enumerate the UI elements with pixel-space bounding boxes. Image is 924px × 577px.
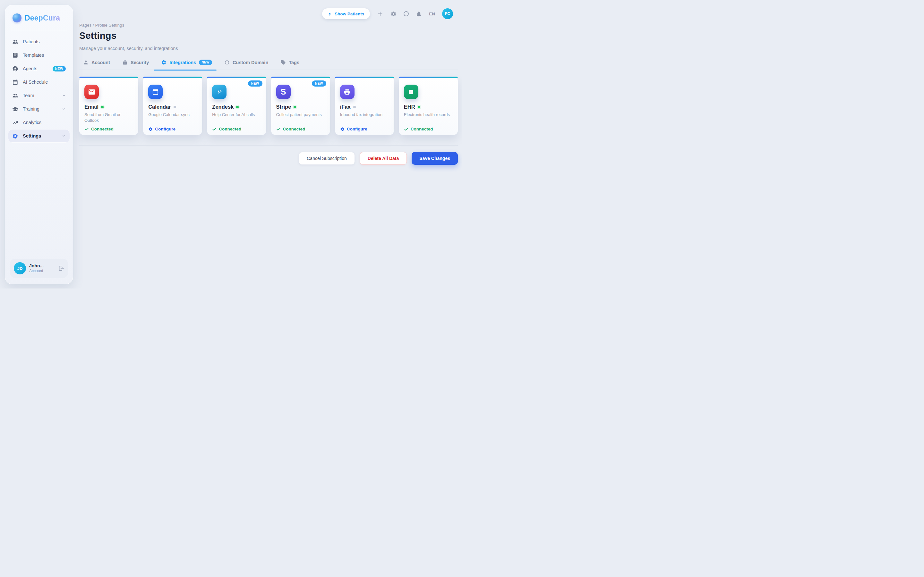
templates-icon bbox=[12, 52, 18, 58]
status-connected: Connected bbox=[276, 127, 325, 131]
integration-description: Send from Gmail or Outlook bbox=[84, 112, 133, 124]
sidebar-item-analytics[interactable]: Analytics bbox=[8, 116, 70, 129]
page-subtitle: Manage your account, security, and integ… bbox=[79, 46, 178, 51]
status-circle-icon[interactable] bbox=[404, 11, 409, 16]
integration-description: Electronic health records bbox=[404, 112, 453, 124]
settings-tabs: Account Security Integrations NEW Custom… bbox=[79, 60, 458, 70]
save-changes-button[interactable]: Save Changes bbox=[412, 152, 458, 165]
sidebar-item-label: Settings bbox=[23, 133, 57, 139]
sidebar-item-team[interactable]: Team bbox=[8, 89, 70, 102]
user-account-card[interactable]: JD John... Account bbox=[10, 259, 68, 278]
integration-card-zendesk[interactable]: NEW Zendesk Help Center for AI calls Con… bbox=[207, 77, 266, 135]
integration-card-ifax[interactable]: iFax Inbound fax integration Configure bbox=[335, 77, 394, 135]
logo-orb-icon bbox=[13, 13, 21, 23]
sidebar-item-label: Agents bbox=[23, 66, 48, 71]
integration-description: Help Center for AI calls bbox=[212, 112, 261, 124]
delete-all-data-button[interactable]: Delete All Data bbox=[360, 152, 407, 165]
chevron-down-icon bbox=[62, 93, 66, 97]
printer-icon bbox=[340, 85, 355, 99]
sidebar-item-training[interactable]: Training bbox=[8, 102, 70, 116]
new-badge: NEW bbox=[53, 66, 66, 71]
sidebar-item-settings[interactable]: Settings bbox=[8, 129, 70, 143]
calendar-icon bbox=[148, 85, 163, 99]
patients-icon bbox=[12, 39, 18, 45]
integration-description: Collect patient payments bbox=[276, 112, 325, 124]
cancel-subscription-button[interactable]: Cancel Subscription bbox=[299, 152, 355, 165]
status-dot bbox=[236, 106, 239, 108]
new-badge: NEW bbox=[199, 60, 212, 65]
tag-icon bbox=[280, 60, 286, 65]
logo-text: DeepCura bbox=[25, 14, 60, 23]
integrations-grid: Email Send from Gmail or Outlook Connect… bbox=[79, 77, 458, 135]
configure-link[interactable]: Configure bbox=[340, 127, 389, 131]
tab-integrations[interactable]: Integrations NEW bbox=[161, 60, 212, 65]
status-dot bbox=[101, 106, 103, 108]
logout-icon[interactable] bbox=[58, 266, 64, 271]
integration-card-ehr[interactable]: EHR Electronic health records Connected bbox=[399, 77, 458, 135]
notifications-bell-icon[interactable] bbox=[416, 11, 422, 17]
check-icon bbox=[212, 127, 216, 131]
footer-actions: Cancel Subscription Delete All Data Save… bbox=[79, 152, 458, 165]
chevron-down-icon bbox=[62, 134, 66, 138]
sidebar-item-label: Templates bbox=[23, 53, 66, 58]
integration-name: Email bbox=[84, 104, 99, 110]
user-name: John... bbox=[29, 263, 55, 269]
calendar-icon bbox=[12, 79, 18, 85]
check-icon bbox=[84, 127, 89, 131]
sidebar-item-patients[interactable]: Patients bbox=[8, 35, 70, 48]
ehr-plus-icon bbox=[404, 85, 418, 99]
status-connected: Connected bbox=[84, 127, 133, 131]
settings-gear-icon bbox=[12, 133, 18, 139]
chevron-down-icon bbox=[62, 107, 66, 111]
email-icon bbox=[84, 85, 99, 99]
integration-description: Inbound fax integration bbox=[340, 112, 389, 124]
tab-security[interactable]: Security bbox=[122, 60, 149, 65]
gear-icon[interactable] bbox=[391, 11, 397, 17]
app-logo[interactable]: DeepCura bbox=[5, 5, 73, 23]
integration-name: iFax bbox=[340, 104, 351, 110]
gear-icon bbox=[148, 127, 153, 131]
lock-icon bbox=[122, 60, 128, 65]
page-title: Settings bbox=[79, 31, 116, 41]
sidebar-item-label: Patients bbox=[23, 39, 66, 44]
integration-description: Google Calendar sync bbox=[148, 112, 197, 124]
add-icon[interactable] bbox=[377, 11, 383, 17]
integration-card-stripe[interactable]: NEW S Stripe Collect patient payments Co… bbox=[271, 77, 330, 135]
stripe-icon: S bbox=[276, 85, 291, 99]
show-patients-button[interactable]: Show Patients bbox=[322, 8, 370, 19]
tab-tags[interactable]: Tags bbox=[280, 60, 299, 65]
status-dot bbox=[294, 106, 296, 108]
gear-icon bbox=[161, 60, 166, 65]
sidebar-item-label: AI Schedule bbox=[23, 79, 66, 85]
configure-link[interactable]: Configure bbox=[148, 127, 197, 131]
sidebar-item-ai-schedule[interactable]: AI Schedule bbox=[8, 75, 70, 89]
tab-account[interactable]: Account bbox=[83, 60, 110, 65]
sidebar-item-label: Analytics bbox=[23, 120, 66, 125]
sidebar-nav: Patients Templates Agents NEW AI Schedul… bbox=[5, 35, 73, 143]
breadcrumb: Pages / Profile Settings bbox=[79, 23, 124, 27]
agents-icon bbox=[12, 66, 18, 72]
sidebar-item-templates[interactable]: Templates bbox=[8, 48, 70, 62]
tab-custom-domain[interactable]: Custom Domain bbox=[224, 60, 268, 65]
sidebar: DeepCura Patients Templates Agents NEW A… bbox=[5, 5, 73, 284]
team-icon bbox=[12, 93, 18, 99]
avatar: JD bbox=[14, 262, 26, 274]
profile-avatar[interactable]: FC bbox=[442, 8, 453, 19]
top-bar: Show Patients EN FC bbox=[322, 8, 453, 19]
integration-card-calendar[interactable]: Calendar Google Calendar sync Configure bbox=[143, 77, 202, 135]
status-connected: Connected bbox=[404, 127, 453, 131]
language-selector[interactable]: EN bbox=[429, 11, 435, 16]
check-icon bbox=[276, 127, 281, 131]
sidebar-item-agents[interactable]: Agents NEW bbox=[8, 62, 70, 75]
sidebar-item-label: Team bbox=[23, 93, 57, 98]
gear-icon bbox=[340, 127, 344, 131]
analytics-icon bbox=[12, 119, 18, 126]
sidebar-item-label: Training bbox=[23, 106, 57, 111]
check-icon bbox=[404, 127, 409, 131]
status-dot bbox=[418, 106, 420, 108]
integration-name: Calendar bbox=[148, 104, 171, 110]
status-dot bbox=[174, 106, 176, 108]
person-icon bbox=[83, 60, 89, 65]
integration-card-email[interactable]: Email Send from Gmail or Outlook Connect… bbox=[79, 77, 138, 135]
new-badge: NEW bbox=[312, 81, 326, 87]
